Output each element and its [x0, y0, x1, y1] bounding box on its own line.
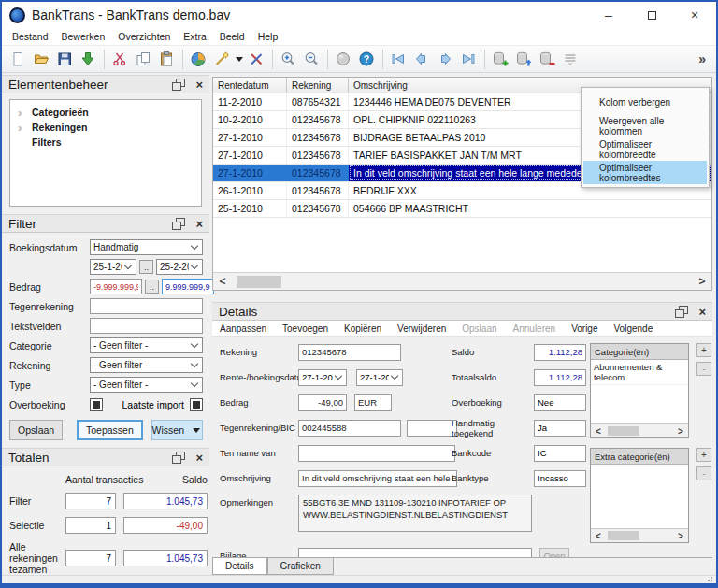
- categorie-select[interactable]: - Geen filter -: [90, 337, 203, 353]
- next-record-button[interactable]: [434, 48, 457, 71]
- scroll-left-icon[interactable]: <: [213, 275, 232, 288]
- cell-rentedatum[interactable]: 27-1-2010: [213, 165, 287, 181]
- help-button[interactable]: ?: [355, 48, 379, 71]
- tab-details[interactable]: Details: [212, 558, 267, 575]
- action-volgende[interactable]: Volgende: [613, 323, 653, 334]
- cell-rekening[interactable]: 087654321: [287, 93, 349, 110]
- remove-extra-category-button[interactable]: -: [696, 466, 711, 480]
- cut-button[interactable]: [108, 48, 132, 71]
- bedrag-range-button[interactable]: ..: [145, 280, 159, 294]
- valuta-input[interactable]: [354, 394, 392, 411]
- context-menu-optimaliseer-kolombreedtes[interactable]: Optimaliseer kolombreedtes: [583, 161, 707, 184]
- menu-beeld[interactable]: Beeld: [213, 31, 251, 42]
- cell-omschrijving[interactable]: 054666 BP MAASTRICHT: [349, 200, 711, 217]
- boekingsdatum-detail-select[interactable]: 27-1-20: [356, 369, 403, 386]
- paste-button[interactable]: [155, 48, 179, 71]
- save-file-button[interactable]: [53, 48, 77, 71]
- zoom-out-button[interactable]: [300, 48, 323, 71]
- duplicate-filter-button[interactable]: [559, 48, 582, 71]
- menu-bestand[interactable]: Bestand: [6, 31, 55, 42]
- rekening-input[interactable]: [298, 344, 401, 361]
- extra-categories-scrollbar[interactable]: < >: [591, 528, 688, 542]
- globe-button[interactable]: [332, 48, 355, 71]
- cell-rentedatum[interactable]: 27-1-2010: [213, 129, 287, 146]
- cell-rentedatum[interactable]: 26-1-2010: [213, 182, 287, 199]
- column-header-rentedatum[interactable]: Rentedatum: [213, 78, 287, 93]
- action-aanpassen[interactable]: Aanpassen: [220, 323, 266, 334]
- context-menu-kolom-verbergen[interactable]: Kolom verbergen: [583, 91, 707, 114]
- categories-scrollbar[interactable]: < >: [591, 423, 688, 437]
- last-record-button[interactable]: [457, 48, 481, 71]
- minimize-button[interactable]: –: [587, 2, 630, 28]
- bedrag-input[interactable]: [298, 394, 347, 411]
- overboeking-checkbox[interactable]: [90, 398, 103, 411]
- float-panel-icon[interactable]: [675, 306, 687, 317]
- first-record-button[interactable]: [387, 48, 410, 71]
- table-row[interactable]: 25-1-2010012345678054666 BP MAASTRICHT: [213, 200, 711, 218]
- tekstvelden-input[interactable]: [90, 318, 203, 334]
- opmerkingen-textarea[interactable]: 55BGT6 3E MND 131109-130210 INFOTARIEF O…: [298, 495, 532, 532]
- auto-categorize-button[interactable]: [210, 48, 234, 71]
- horizontal-scrollbar[interactable]: < >: [213, 272, 711, 290]
- zoom-in-button[interactable]: [277, 48, 300, 71]
- menu-extra[interactable]: Extra: [177, 31, 213, 42]
- new-document-button[interactable]: [7, 48, 30, 71]
- maximize-button[interactable]: [630, 2, 673, 28]
- cell-rekening[interactable]: 012345678: [287, 165, 349, 181]
- menu-overzichten[interactable]: Overzichten: [111, 31, 177, 42]
- float-panel-icon[interactable]: [172, 452, 184, 463]
- scroll-right-icon[interactable]: >: [673, 426, 688, 437]
- scroll-left-icon[interactable]: <: [591, 426, 606, 437]
- type-select[interactable]: - Geen filter -: [90, 377, 203, 393]
- add-extra-category-button[interactable]: +: [696, 448, 711, 462]
- bedrag-min-input[interactable]: [90, 279, 142, 294]
- cell-rekening[interactable]: 012345678: [287, 200, 349, 217]
- action-kopi-ren[interactable]: Kopiëren: [344, 323, 381, 334]
- omschrijving-input[interactable]: [298, 470, 457, 487]
- ten-name-van-input[interactable]: [298, 445, 455, 462]
- tools-button[interactable]: [245, 48, 268, 71]
- close-panel-icon[interactable]: ×: [195, 79, 203, 91]
- float-panel-icon[interactable]: [172, 218, 184, 229]
- tegenrekening-detail-input[interactable]: [298, 420, 401, 437]
- cell-rentedatum[interactable]: 11-2-2010: [213, 93, 287, 110]
- open-file-button[interactable]: [30, 48, 53, 71]
- close-panel-icon[interactable]: ×: [698, 306, 706, 318]
- action-toevoegen[interactable]: Toevoegen: [282, 323, 328, 334]
- scroll-left-icon[interactable]: <: [591, 531, 606, 541]
- rekening-select[interactable]: - Geen filter -: [90, 357, 203, 373]
- cell-rentedatum[interactable]: 25-1-2010: [213, 200, 287, 217]
- toepassen-button[interactable]: Toepassen: [77, 420, 142, 440]
- tegenrekening-input[interactable]: [90, 298, 203, 314]
- import-download-button[interactable]: [77, 48, 100, 71]
- cell-rentedatum[interactable]: 27-1-2010: [213, 147, 287, 164]
- tree-item-filters[interactable]: Filters: [10, 135, 201, 150]
- tree-item-categorie-n[interactable]: ›Categorieën: [10, 105, 201, 120]
- context-menu-optimaliseer-kolombreedte[interactable]: Optimaliseer kolombreedte: [583, 137, 707, 161]
- category-item[interactable]: Abonnementen & telecom: [591, 360, 688, 385]
- boekingsdatum-select[interactable]: Handmatig: [90, 239, 203, 255]
- scrollbar-thumb[interactable]: [237, 276, 281, 288]
- bedrag-max-input[interactable]: [162, 279, 214, 294]
- close-panel-icon[interactable]: ×: [195, 452, 203, 464]
- context-menu-weergeven-alle-kolommen[interactable]: Weergeven alle kolommen: [583, 114, 707, 137]
- expand-chevron-icon[interactable]: ›: [18, 122, 32, 134]
- action-verwijderen[interactable]: Verwijderen: [397, 323, 446, 334]
- menu-bewerken[interactable]: Bewerken: [55, 31, 112, 42]
- wissen-button[interactable]: Wissen: [151, 420, 203, 440]
- add-category-button[interactable]: +: [696, 343, 711, 357]
- date-to-select[interactable]: 25-2-2024: [156, 259, 203, 275]
- bic-input[interactable]: [407, 420, 457, 437]
- previous-record-button[interactable]: [410, 48, 434, 71]
- expand-chevron-icon[interactable]: ›: [18, 107, 32, 119]
- pie-chart-button[interactable]: [187, 48, 210, 71]
- date-range-button[interactable]: ..: [139, 260, 153, 274]
- laatste-import-checkbox[interactable]: [190, 398, 203, 411]
- copy-button[interactable]: [132, 48, 155, 71]
- cell-rekening[interactable]: 012345678: [287, 111, 349, 128]
- toolbar-overflow-button[interactable]: »: [698, 51, 711, 66]
- cell-rekening[interactable]: 012345678: [287, 147, 349, 164]
- cell-rentedatum[interactable]: 10-2-2010: [213, 111, 287, 128]
- scrollbar-thumb[interactable]: [608, 531, 639, 540]
- cell-rekening[interactable]: 012345678: [287, 182, 349, 199]
